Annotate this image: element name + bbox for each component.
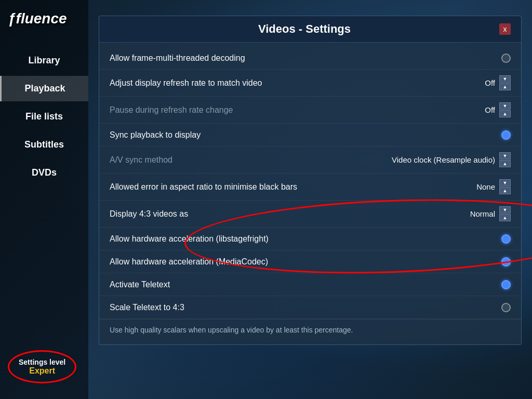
toggle-sync-playback[interactable] — [501, 130, 511, 140]
av-sync-down-arrow[interactable]: ▼ — [499, 152, 511, 159]
setting-control-av-sync: Video clock (Resample audio) ▼ ▲ — [392, 152, 511, 167]
adjust-refresh-value: Off — [485, 78, 495, 87]
setting-label-sync-playback: Sync playback to display — [110, 130, 501, 140]
pause-refresh-value: Off — [485, 105, 495, 114]
logo: ƒfluence — [0, 10, 67, 27]
setting-label-display-43: Display 4:3 videos as — [110, 209, 470, 219]
adjust-refresh-down-arrow[interactable]: ▼ — [499, 75, 511, 83]
toggle-frame-multi-thread[interactable] — [501, 54, 511, 63]
panel-title-bar: Videos - Settings x — [99, 16, 521, 43]
setting-label-scale-teletext: Scale Teletext to 4:3 — [110, 303, 501, 312]
sidebar-item-subtitles[interactable]: Subtitles — [0, 132, 88, 157]
setting-row-pause-refresh: Pause during refresh rate change Off ▼ ▲ — [99, 97, 521, 124]
sidebar-item-library[interactable]: Library — [0, 48, 88, 73]
settings-level-label: Settings level — [19, 358, 65, 366]
pause-refresh-up-arrow[interactable]: ▲ — [499, 110, 511, 117]
setting-control-frame-multi-thread — [501, 54, 511, 63]
toggle-hw-mediacodec[interactable] — [501, 257, 511, 267]
display-43-down-arrow[interactable]: ▼ — [499, 206, 511, 214]
setting-row-teletext: Activate Teletext — [99, 273, 521, 296]
toggle-hw-libstagefright[interactable] — [501, 234, 511, 244]
setting-control-hw-libstagefright — [501, 234, 511, 244]
setting-control-display-43: Normal ▼ ▲ — [470, 206, 511, 221]
adjust-refresh-up-arrow[interactable]: ▲ — [499, 83, 511, 90]
setting-control-teletext — [501, 280, 511, 289]
setting-row-frame-multi-thread: Allow frame-multi-threaded decoding — [99, 47, 521, 70]
settings-panel: Videos - Settings x Allow frame-multi-th… — [99, 16, 522, 345]
av-sync-arrows[interactable]: ▼ ▲ — [499, 152, 511, 167]
setting-label-teletext: Activate Teletext — [110, 280, 501, 289]
aspect-ratio-up-arrow[interactable]: ▲ — [499, 187, 511, 194]
pause-refresh-down-arrow[interactable]: ▼ — [499, 102, 511, 110]
setting-row-display-43: Display 4:3 videos as Normal ▼ ▲ — [99, 201, 521, 228]
setting-label-aspect-ratio: Allowed error in aspect ratio to minimis… — [110, 182, 476, 192]
sidebar-item-dvds[interactable]: DVDs — [0, 160, 88, 185]
setting-label-hw-mediacodec: Allow hardware acceleration (MediaCodec) — [110, 257, 501, 267]
settings-level-value: Expert — [19, 366, 65, 376]
setting-row-av-sync: A/V sync method Video clock (Resample au… — [99, 147, 521, 174]
setting-label-adjust-refresh: Adjust display refresh rate to match vid… — [110, 78, 485, 88]
setting-row-aspect-ratio: Allowed error in aspect ratio to minimis… — [99, 174, 521, 201]
setting-row-sync-playback: Sync playback to display — [99, 124, 521, 147]
setting-row-adjust-refresh: Adjust display refresh rate to match vid… — [99, 70, 521, 97]
setting-control-hw-mediacodec — [501, 257, 511, 267]
main-content: Videos - Settings x Allow frame-multi-th… — [88, 0, 532, 399]
setting-row-scale-teletext: Scale Teletext to 4:3 — [99, 296, 521, 319]
toggle-scale-teletext[interactable] — [501, 303, 511, 312]
setting-label-av-sync: A/V sync method — [110, 155, 392, 165]
panel-title: Videos - Settings — [110, 22, 499, 36]
setting-control-aspect-ratio: None ▼ ▲ — [476, 179, 511, 194]
display-43-up-arrow[interactable]: ▲ — [499, 214, 511, 221]
sidebar: ƒfluence Library Playback File lists Sub… — [0, 0, 88, 399]
setting-control-sync-playback — [501, 130, 511, 140]
setting-control-adjust-refresh: Off ▼ ▲ — [485, 75, 511, 90]
setting-control-scale-teletext — [501, 303, 511, 312]
display-43-arrows[interactable]: ▼ ▲ — [499, 206, 511, 221]
footnote: Use high quality scalars when upscaling … — [99, 319, 521, 340]
aspect-ratio-down-arrow[interactable]: ▼ — [499, 179, 511, 187]
setting-row-hw-mediacodec: Allow hardware acceleration (MediaCodec) — [99, 250, 521, 273]
av-sync-up-arrow[interactable]: ▲ — [499, 160, 511, 167]
settings-level-badge: Settings level Expert — [8, 350, 76, 383]
sidebar-item-filelists[interactable]: File lists — [0, 104, 88, 129]
aspect-ratio-arrows[interactable]: ▼ ▲ — [499, 179, 511, 194]
settings-list: Allow frame-multi-threaded decoding Adju… — [99, 43, 521, 344]
setting-label-frame-multi-thread: Allow frame-multi-threaded decoding — [110, 54, 501, 63]
setting-label-pause-refresh: Pause during refresh rate change — [110, 105, 485, 115]
av-sync-value: Video clock (Resample audio) — [392, 155, 495, 164]
display-43-value: Normal — [470, 209, 495, 218]
setting-control-pause-refresh: Off ▼ ▲ — [485, 102, 511, 117]
sidebar-item-playback[interactable]: Playback — [0, 76, 88, 101]
setting-label-hw-libstagefright: Allow hardware acceleration (libstagefri… — [110, 234, 501, 244]
toggle-teletext[interactable] — [501, 280, 511, 289]
pause-refresh-arrows[interactable]: ▼ ▲ — [499, 102, 511, 117]
aspect-ratio-value: None — [476, 182, 495, 191]
close-button[interactable]: x — [499, 23, 511, 35]
setting-row-hw-libstagefright: Allow hardware acceleration (libstagefri… — [99, 228, 521, 250]
adjust-refresh-arrows[interactable]: ▼ ▲ — [499, 75, 511, 90]
